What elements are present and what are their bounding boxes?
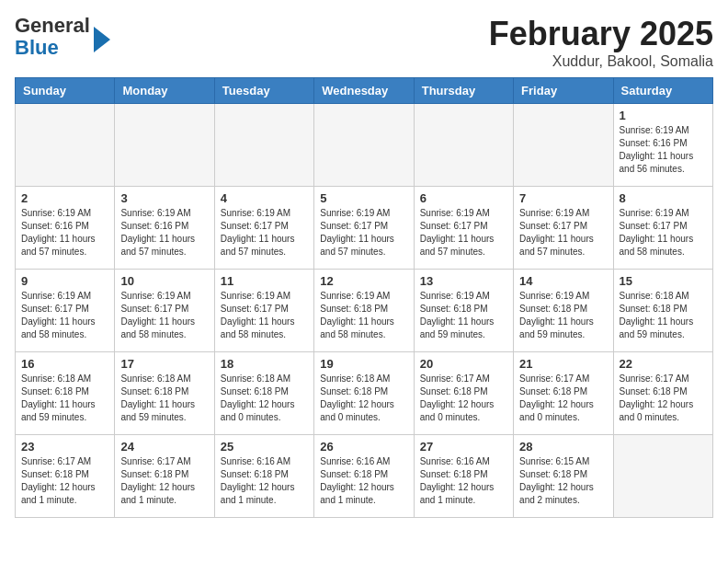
day-info: Sunrise: 6:19 AM Sunset: 6:16 PM Dayligh…: [120, 207, 208, 259]
day-number: 6: [420, 191, 507, 205]
calendar-week-row: 16Sunrise: 6:18 AM Sunset: 6:18 PM Dayli…: [16, 352, 713, 435]
day-number: 3: [120, 191, 208, 205]
calendar-day-cell: 16Sunrise: 6:18 AM Sunset: 6:18 PM Dayli…: [16, 352, 115, 435]
calendar-subtitle: Xuddur, Bakool, Somalia: [489, 53, 713, 70]
day-number: 21: [519, 357, 607, 371]
calendar-day-cell: 4Sunrise: 6:19 AM Sunset: 6:17 PM Daylig…: [214, 187, 313, 270]
calendar-day-cell: [214, 104, 313, 187]
logo-general: General: [15, 14, 90, 37]
day-number: 8: [620, 191, 707, 205]
calendar-day-cell: 11Sunrise: 6:19 AM Sunset: 6:17 PM Dayli…: [214, 270, 313, 352]
day-info: Sunrise: 6:18 AM Sunset: 6:18 PM Dayligh…: [120, 373, 208, 424]
day-info: Sunrise: 6:19 AM Sunset: 6:18 PM Dayligh…: [320, 290, 407, 341]
day-number: 22: [620, 357, 707, 371]
day-info: Sunrise: 6:17 AM Sunset: 6:18 PM Dayligh…: [420, 373, 507, 424]
day-number: 27: [420, 440, 507, 454]
day-info: Sunrise: 6:19 AM Sunset: 6:17 PM Dayligh…: [320, 207, 407, 259]
day-number: 5: [320, 191, 407, 205]
logo: General Blue: [15, 15, 110, 59]
day-info: Sunrise: 6:17 AM Sunset: 6:18 PM Dayligh…: [120, 455, 208, 507]
calendar-day-cell: 14Sunrise: 6:19 AM Sunset: 6:18 PM Dayli…: [514, 270, 613, 352]
day-number: 7: [519, 191, 607, 205]
calendar-week-row: 2Sunrise: 6:19 AM Sunset: 6:16 PM Daylig…: [16, 187, 713, 270]
calendar-day-cell: 23Sunrise: 6:17 AM Sunset: 6:18 PM Dayli…: [16, 435, 115, 518]
day-number: 25: [221, 440, 308, 454]
calendar-day-cell: 6Sunrise: 6:19 AM Sunset: 6:17 PM Daylig…: [414, 187, 513, 270]
logo-blue: Blue: [15, 36, 59, 59]
day-info: Sunrise: 6:16 AM Sunset: 6:18 PM Dayligh…: [420, 455, 507, 507]
day-number: 4: [221, 191, 308, 205]
day-number: 2: [21, 191, 108, 205]
day-number: 18: [221, 357, 308, 371]
day-number: 23: [21, 440, 108, 454]
calendar-day-cell: 19Sunrise: 6:18 AM Sunset: 6:18 PM Dayli…: [314, 352, 414, 435]
calendar-week-row: 1Sunrise: 6:19 AM Sunset: 6:16 PM Daylig…: [16, 104, 713, 187]
logo-arrow-icon: [94, 27, 110, 52]
day-info: Sunrise: 6:18 AM Sunset: 6:18 PM Dayligh…: [320, 373, 407, 424]
day-number: 24: [120, 440, 208, 454]
calendar-day-cell: 17Sunrise: 6:18 AM Sunset: 6:18 PM Dayli…: [115, 352, 214, 435]
weekday-header: Monday: [115, 78, 214, 104]
calendar-day-cell: 22Sunrise: 6:17 AM Sunset: 6:18 PM Dayli…: [613, 352, 712, 435]
day-info: Sunrise: 6:19 AM Sunset: 6:18 PM Dayligh…: [519, 290, 607, 341]
day-number: 12: [320, 274, 407, 288]
day-number: 28: [519, 440, 607, 454]
calendar-day-cell: 25Sunrise: 6:16 AM Sunset: 6:18 PM Dayli…: [214, 435, 313, 518]
weekday-header: Friday: [514, 78, 613, 104]
calendar-title: February 2025: [489, 15, 713, 53]
weekday-header: Saturday: [613, 78, 712, 104]
calendar-day-cell: 15Sunrise: 6:18 AM Sunset: 6:18 PM Dayli…: [613, 270, 712, 352]
page-header: General Blue February 2025 Xuddur, Bakoo…: [15, 15, 713, 70]
day-number: 20: [420, 357, 507, 371]
day-info: Sunrise: 6:19 AM Sunset: 6:18 PM Dayligh…: [420, 290, 507, 341]
calendar-day-cell: 8Sunrise: 6:19 AM Sunset: 6:17 PM Daylig…: [613, 187, 712, 270]
day-info: Sunrise: 6:19 AM Sunset: 6:17 PM Dayligh…: [21, 290, 108, 341]
day-info: Sunrise: 6:17 AM Sunset: 6:18 PM Dayligh…: [519, 373, 607, 424]
calendar-week-row: 9Sunrise: 6:19 AM Sunset: 6:17 PM Daylig…: [16, 270, 713, 352]
day-info: Sunrise: 6:19 AM Sunset: 6:16 PM Dayligh…: [620, 124, 707, 176]
day-info: Sunrise: 6:19 AM Sunset: 6:16 PM Dayligh…: [21, 207, 108, 259]
calendar-header-row: SundayMondayTuesdayWednesdayThursdayFrid…: [16, 78, 713, 104]
day-info: Sunrise: 6:18 AM Sunset: 6:18 PM Dayligh…: [221, 373, 308, 424]
calendar-day-cell: 18Sunrise: 6:18 AM Sunset: 6:18 PM Dayli…: [214, 352, 313, 435]
day-number: 26: [320, 440, 407, 454]
day-info: Sunrise: 6:16 AM Sunset: 6:18 PM Dayligh…: [320, 455, 407, 507]
calendar-day-cell: [115, 104, 214, 187]
calendar-day-cell: 5Sunrise: 6:19 AM Sunset: 6:17 PM Daylig…: [314, 187, 414, 270]
calendar-day-cell: 27Sunrise: 6:16 AM Sunset: 6:18 PM Dayli…: [414, 435, 513, 518]
day-info: Sunrise: 6:17 AM Sunset: 6:18 PM Dayligh…: [620, 373, 707, 424]
day-info: Sunrise: 6:18 AM Sunset: 6:18 PM Dayligh…: [620, 290, 707, 341]
day-number: 14: [519, 274, 607, 288]
calendar-day-cell: [613, 435, 712, 518]
day-info: Sunrise: 6:19 AM Sunset: 6:17 PM Dayligh…: [519, 207, 607, 259]
calendar-day-cell: 21Sunrise: 6:17 AM Sunset: 6:18 PM Dayli…: [514, 352, 613, 435]
calendar-day-cell: 13Sunrise: 6:19 AM Sunset: 6:18 PM Dayli…: [414, 270, 513, 352]
calendar-day-cell: [16, 104, 115, 187]
weekday-header: Thursday: [414, 78, 513, 104]
calendar-day-cell: 12Sunrise: 6:19 AM Sunset: 6:18 PM Dayli…: [314, 270, 414, 352]
day-number: 17: [120, 357, 208, 371]
day-number: 1: [620, 109, 707, 122]
calendar-table: SundayMondayTuesdayWednesdayThursdayFrid…: [15, 77, 713, 518]
calendar-day-cell: 28Sunrise: 6:15 AM Sunset: 6:18 PM Dayli…: [514, 435, 613, 518]
calendar-day-cell: 9Sunrise: 6:19 AM Sunset: 6:17 PM Daylig…: [16, 270, 115, 352]
day-info: Sunrise: 6:18 AM Sunset: 6:18 PM Dayligh…: [21, 373, 108, 424]
calendar-day-cell: 1Sunrise: 6:19 AM Sunset: 6:16 PM Daylig…: [613, 104, 712, 187]
calendar-day-cell: 26Sunrise: 6:16 AM Sunset: 6:18 PM Dayli…: [314, 435, 414, 518]
day-info: Sunrise: 6:19 AM Sunset: 6:17 PM Dayligh…: [620, 207, 707, 259]
calendar-day-cell: 3Sunrise: 6:19 AM Sunset: 6:16 PM Daylig…: [115, 187, 214, 270]
day-info: Sunrise: 6:15 AM Sunset: 6:18 PM Dayligh…: [519, 455, 607, 507]
weekday-header: Wednesday: [314, 78, 414, 104]
calendar-day-cell: 7Sunrise: 6:19 AM Sunset: 6:17 PM Daylig…: [514, 187, 613, 270]
day-number: 9: [21, 274, 108, 288]
calendar-day-cell: 10Sunrise: 6:19 AM Sunset: 6:17 PM Dayli…: [115, 270, 214, 352]
day-number: 13: [420, 274, 507, 288]
calendar-day-cell: 24Sunrise: 6:17 AM Sunset: 6:18 PM Dayli…: [115, 435, 214, 518]
day-info: Sunrise: 6:19 AM Sunset: 6:17 PM Dayligh…: [221, 207, 308, 259]
day-number: 19: [320, 357, 407, 371]
calendar-day-cell: [514, 104, 613, 187]
day-info: Sunrise: 6:16 AM Sunset: 6:18 PM Dayligh…: [221, 455, 308, 507]
calendar-day-cell: [414, 104, 513, 187]
day-number: 16: [21, 357, 108, 371]
day-info: Sunrise: 6:19 AM Sunset: 6:17 PM Dayligh…: [120, 290, 208, 341]
